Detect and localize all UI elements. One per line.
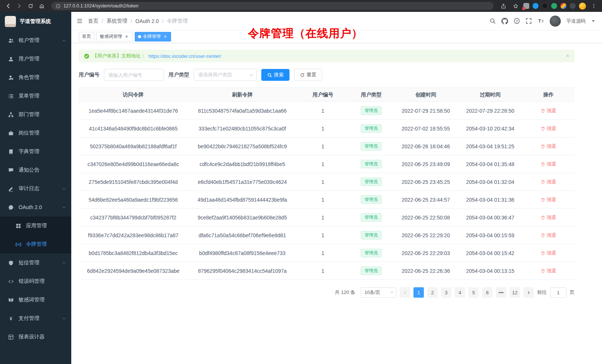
sidebar-item-dict[interactable]: 字典管理 (0, 142, 71, 161)
app-logo: 芋道管理系统 (0, 12, 71, 31)
fullscreen-icon[interactable] (526, 18, 532, 24)
user-avatar[interactable] (550, 16, 561, 27)
tab-sensitive-word[interactable]: 敏感词管理× (96, 32, 132, 42)
access-token-cell: 54d6be82ee5a460a9aedc1f9bf223656 (79, 191, 188, 209)
sidebar-item-label: OAuth 2.0 (19, 204, 57, 210)
goto-page-input[interactable] (550, 287, 566, 298)
page-button-12[interactable]: 12 (510, 287, 520, 298)
breadcrumb-item-oauth2[interactable]: OAuth 2.0 (135, 18, 164, 24)
extension-icon[interactable] (560, 3, 566, 9)
search-icon[interactable] (490, 18, 496, 24)
force-logout-button[interactable]: 强退 (541, 232, 556, 239)
force-logout-button[interactable]: 强退 (541, 214, 556, 221)
forward-icon[interactable] (15, 1, 24, 10)
force-logout-button[interactable]: 强退 (541, 250, 556, 257)
alert-link[interactable]: https://doc.iocoder.cn/user-center/ (148, 53, 221, 59)
page-button-1[interactable]: 1 (413, 287, 424, 298)
refresh-icon[interactable] (26, 1, 35, 10)
share-icon[interactable] (499, 1, 508, 10)
page-button-6[interactable]: 6 (482, 287, 493, 298)
column-header: 刷新令牌 (188, 88, 297, 102)
user-type-tag: 管理员 (361, 160, 382, 168)
pay-icon: ¥ (8, 316, 14, 321)
extension-icon[interactable] (542, 3, 548, 9)
user-id-input[interactable] (104, 69, 164, 81)
breadcrumb-item-home[interactable]: 首页 (88, 18, 103, 24)
sidebar-item-label: 支付管理 (19, 315, 57, 322)
browser-menu-icon[interactable] (589, 1, 598, 10)
sidebar-item-dept[interactable]: 部门管理 (0, 105, 71, 124)
force-logout-button[interactable]: 强退 (541, 179, 556, 185)
force-logout-label: 强退 (547, 268, 556, 274)
sidebar-item-error-code[interactable]: 错误码管理 (0, 272, 71, 291)
page-size-select[interactable]: 10条/页 (361, 287, 396, 298)
extension-icon[interactable] (570, 3, 576, 9)
token-icon (16, 242, 21, 247)
page-button-5[interactable]: 5 (468, 287, 479, 298)
address-bar[interactable]: 127.0.0.1:1024/system/oauth2/token (51, 2, 494, 10)
page-button-2[interactable]: 2 (427, 287, 438, 298)
goto-label: 前往 (537, 289, 547, 296)
user-id-cell: 1 (297, 120, 349, 138)
token-row: 275e5de9151045fe87cbdc395e004f4de6cfd40e… (79, 173, 575, 191)
prev-page-button[interactable] (400, 287, 410, 298)
delete-icon (541, 180, 545, 184)
github-icon[interactable] (501, 18, 508, 24)
site-info-icon[interactable] (56, 4, 60, 9)
sidebar-item-tenant[interactable]: 租户管理 (0, 31, 71, 50)
user-id-cell: 1 (297, 138, 349, 155)
sidebar-item-pay[interactable]: ¥支付管理 (0, 309, 71, 328)
back-icon[interactable] (4, 1, 13, 10)
sidebar-toggle-icon[interactable] (76, 18, 83, 24)
sidebar-item-sensitive-word[interactable]: 敏感词管理 (0, 291, 71, 309)
reset-button[interactable]: 重置 (294, 69, 322, 81)
action-cell: 强退 (523, 138, 575, 155)
user-name[interactable]: 芋道源码 (566, 18, 586, 24)
close-icon[interactable]: × (566, 53, 569, 59)
chevron-down-icon[interactable] (591, 19, 595, 23)
browser-profile-avatar[interactable] (579, 3, 586, 10)
force-logout-button[interactable]: 强退 (541, 125, 556, 132)
extension-icon[interactable] (551, 3, 557, 9)
logo-image (5, 16, 16, 27)
bookmark-star-icon[interactable] (511, 1, 520, 10)
token-row: 502375b8040a469a9b82188afdf6af1fbe90422b… (79, 138, 575, 155)
close-icon[interactable]: × (163, 34, 168, 39)
force-logout-button[interactable]: 强退 (541, 107, 556, 114)
sidebar-item-role[interactable]: 角色管理 (0, 68, 71, 87)
help-icon[interactable]: ? (514, 18, 520, 24)
browser-window: 127.0.0.1:1024/system/oauth2/token 芋道管理系… (0, 0, 602, 364)
force-logout-button[interactable]: 强退 (541, 143, 556, 150)
force-logout-button[interactable]: 强退 (541, 268, 556, 274)
extension-icon[interactable] (533, 3, 539, 9)
delete-icon (541, 198, 545, 202)
sidebar-item-oauth2-token[interactable]: 令牌管理 (0, 235, 71, 254)
sidebar-item-audit-log[interactable]: 审计日志 (0, 179, 71, 198)
sidebar-item-report[interactable]: 报表设计器 (0, 328, 71, 346)
next-page-button[interactable] (523, 287, 534, 298)
sidebar-item-user[interactable]: 用户管理 (0, 50, 71, 68)
close-icon[interactable]: × (124, 34, 129, 39)
font-size-icon[interactable]: TT (537, 18, 544, 24)
page-button-3[interactable]: 3 (441, 287, 451, 298)
access-token-cell: 41c41346a548490f9dc8b01c6bfe0865 (79, 120, 188, 138)
force-logout-button[interactable]: 强退 (541, 161, 556, 168)
home-icon[interactable] (37, 1, 46, 10)
user-type-select[interactable]: 请选择用户类型 (194, 69, 257, 81)
search-button[interactable]: 搜索 (261, 69, 289, 81)
tab-oauth2-token[interactable]: 令牌管理× (135, 32, 171, 42)
page-ellipsis[interactable]: ••• (496, 287, 506, 298)
sidebar-item-menu[interactable]: 菜单管理 (0, 87, 71, 105)
delete-icon (541, 162, 545, 166)
page-button-4[interactable]: 4 (455, 287, 465, 298)
sidebar-item-oauth2[interactable]: OAuth 2.0 (0, 198, 71, 216)
force-logout-button[interactable]: 强退 (541, 196, 556, 203)
sidebar-item-post[interactable]: 岗位管理 (0, 124, 71, 142)
sidebar-item-notice[interactable]: 通知公告 (0, 161, 71, 179)
expire-time-cell: 2054-03-04 19:51:25 (458, 138, 523, 155)
sidebar-item-oauth2-app[interactable]: 应用管理 (0, 216, 71, 235)
sidebar-item-sms[interactable]: 短信管理 (0, 254, 71, 272)
breadcrumb-item-system[interactable]: 系统管理 (107, 18, 132, 24)
tab-home[interactable]: 首页 (79, 32, 94, 42)
extension-icon[interactable] (523, 3, 529, 9)
